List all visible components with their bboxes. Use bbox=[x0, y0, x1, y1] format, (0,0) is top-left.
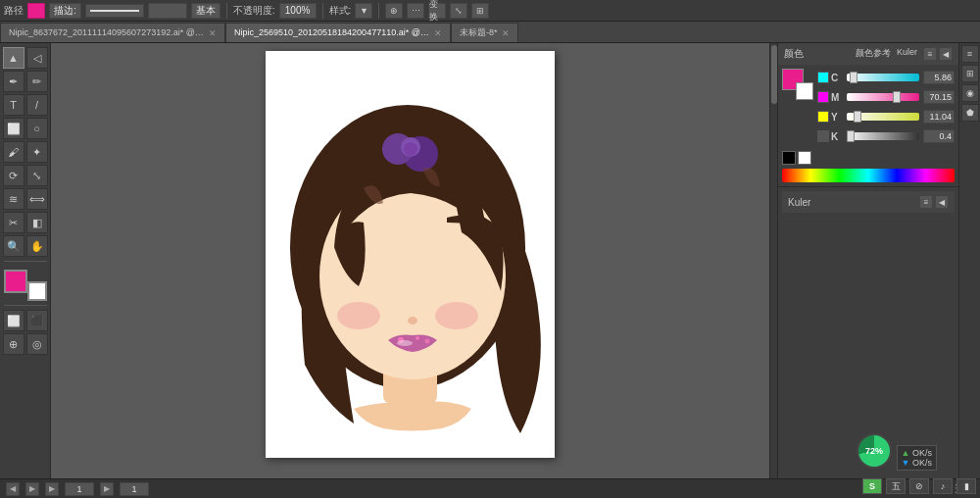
y-slider-thumb[interactable] bbox=[854, 111, 861, 123]
icon2[interactable]: ⋯ bbox=[407, 3, 424, 19]
tool-row-4: ⬜ ○ bbox=[3, 118, 48, 139]
color-panel-header[interactable]: 颜色 颜色参考 Kuler ≡ ◀ bbox=[778, 43, 958, 65]
tool-row-6: ⟳ ⤡ bbox=[3, 165, 48, 186]
color-panel: 颜色 颜色参考 Kuler ≡ ◀ bbox=[778, 43, 958, 187]
tray-icon-wifi[interactable]: ⊘ bbox=[909, 478, 929, 494]
progress-circle: 72% bbox=[857, 433, 892, 469]
svg-point-8 bbox=[416, 336, 419, 340]
kuler-expand[interactable]: ◀ bbox=[935, 195, 949, 209]
y-value-input[interactable] bbox=[923, 110, 955, 124]
scissors-tool[interactable]: ✂ bbox=[3, 212, 24, 233]
m-value-input[interactable] bbox=[923, 90, 955, 104]
far-right-icon2[interactable]: ⊞ bbox=[961, 65, 979, 82]
k-value-input[interactable] bbox=[923, 129, 955, 143]
tray-icon-bat[interactable]: ▮ bbox=[956, 478, 976, 494]
right-panels: 颜色 颜色参考 Kuler ≡ ◀ bbox=[777, 43, 958, 478]
direct-select-tool[interactable]: ◁ bbox=[26, 47, 48, 69]
kuler-panel-header[interactable]: Kuler ≡ ◀ bbox=[782, 191, 955, 213]
scale-tool[interactable]: ⤡ bbox=[26, 165, 48, 186]
brush-tool[interactable]: 🖌 bbox=[3, 141, 24, 163]
width-tool[interactable]: ⟺ bbox=[26, 188, 48, 210]
play-btn[interactable]: ▶ bbox=[25, 482, 39, 496]
rotate-tool[interactable]: ⟳ bbox=[3, 165, 24, 186]
screen-mode1[interactable]: ⬜ bbox=[3, 310, 24, 331]
speed2: ▼ OK/s bbox=[902, 458, 932, 468]
far-right-icon3[interactable]: ◉ bbox=[961, 84, 979, 102]
icon3[interactable]: ⤡ bbox=[450, 3, 467, 19]
foreground-color[interactable] bbox=[4, 270, 27, 293]
prev-page-btn[interactable]: ◀ bbox=[6, 482, 20, 496]
page-input[interactable] bbox=[65, 482, 94, 496]
c-slider-thumb[interactable] bbox=[850, 72, 858, 83]
svg-point-14 bbox=[404, 142, 417, 156]
k-slider[interactable] bbox=[847, 132, 919, 140]
icon1[interactable]: ⊕ bbox=[385, 3, 403, 19]
tab-1-close[interactable]: ✕ bbox=[209, 28, 217, 38]
svg-point-10 bbox=[397, 340, 413, 346]
eraser-tool[interactable]: ◧ bbox=[26, 212, 48, 233]
tool-row-5: 🖌 ✦ bbox=[3, 141, 48, 163]
sep3 bbox=[378, 3, 379, 19]
m-slider-thumb[interactable] bbox=[893, 91, 901, 103]
c-label: C bbox=[831, 73, 843, 83]
right-scrollbar[interactable] bbox=[769, 43, 777, 478]
c-slider[interactable] bbox=[847, 74, 919, 81]
black-swatch[interactable] bbox=[782, 151, 796, 165]
far-right-icon4[interactable]: ⬟ bbox=[961, 104, 979, 122]
zoom-tool[interactable]: 🔍 bbox=[3, 235, 24, 257]
opacity-label: 不透明度: bbox=[233, 4, 275, 18]
panel-expand-icon[interactable]: ◀ bbox=[939, 47, 953, 61]
c-value-input[interactable] bbox=[923, 71, 955, 84]
hand-tool[interactable]: ✋ bbox=[26, 235, 48, 257]
tray-icon-5[interactable]: 五 bbox=[886, 478, 906, 494]
tab-3[interactable]: 未标题-8* ✕ bbox=[451, 23, 518, 42]
bg-swatch[interactable] bbox=[796, 82, 813, 100]
transform-icon[interactable]: 变换 bbox=[428, 3, 446, 19]
tool-row-11: ⊕ ◎ bbox=[3, 333, 48, 355]
select-tool[interactable]: ▲ bbox=[3, 47, 24, 69]
far-right-icon1[interactable]: ≡ bbox=[961, 45, 979, 63]
warp-tool[interactable]: ≋ bbox=[3, 188, 24, 210]
tab-2[interactable]: Nipic_2569510_20120518184200477110.ai* @… bbox=[225, 23, 451, 42]
tab-2-close[interactable]: ✕ bbox=[434, 28, 442, 38]
icon4[interactable]: ⊞ bbox=[471, 3, 489, 19]
color-spectrum[interactable] bbox=[782, 169, 955, 182]
pencil-tool[interactable]: ✏ bbox=[26, 71, 48, 92]
speed-indicator: ▲ OK/s ▼ OK/s bbox=[897, 445, 937, 471]
basic-btn[interactable]: 基本 bbox=[191, 3, 220, 19]
stroke-width-input[interactable] bbox=[148, 3, 187, 19]
background-color[interactable] bbox=[27, 281, 47, 301]
color-preview[interactable] bbox=[27, 3, 45, 19]
line-tool[interactable]: / bbox=[26, 94, 48, 116]
type-tool[interactable]: T bbox=[3, 94, 24, 116]
style-icon[interactable]: ▼ bbox=[355, 3, 372, 19]
kuler-menu[interactable]: ≡ bbox=[919, 195, 933, 209]
m-slider[interactable] bbox=[847, 93, 919, 101]
rect-tool[interactable]: ⬜ bbox=[3, 118, 24, 139]
canvas-area[interactable] bbox=[51, 43, 769, 478]
pen-tool[interactable]: ✒ bbox=[3, 71, 24, 92]
y-slider[interactable] bbox=[847, 113, 919, 121]
tool-extra2[interactable]: ◎ bbox=[26, 333, 48, 355]
page-total[interactable] bbox=[120, 482, 149, 496]
progress-value: 72% bbox=[865, 446, 883, 456]
next-page-btn[interactable]: ▶ bbox=[45, 482, 59, 496]
tool-row-10: ⬜ ⬛ bbox=[3, 310, 48, 331]
screen-mode2[interactable]: ⬛ bbox=[26, 310, 48, 331]
k-slider-thumb[interactable] bbox=[847, 130, 855, 142]
top-toolbar: 路径 描边: 基本 不透明度: 样式: ▼ ⊕ ⋯ 变换 ⤡ ⊞ bbox=[0, 0, 980, 22]
tray-icon-vol[interactable]: ♪ bbox=[933, 478, 953, 494]
tray-icon-s[interactable]: S bbox=[862, 478, 882, 494]
tool-extra1[interactable]: ⊕ bbox=[3, 333, 24, 355]
ellipse-tool[interactable]: ○ bbox=[26, 118, 48, 139]
blob-brush-tool[interactable]: ✦ bbox=[26, 141, 48, 163]
opacity-input[interactable] bbox=[279, 3, 317, 19]
tab-3-label: 未标题-8* bbox=[460, 26, 498, 39]
tool-separator bbox=[4, 261, 47, 262]
tab-3-close[interactable]: ✕ bbox=[502, 28, 510, 38]
page-step[interactable]: ▶ bbox=[100, 482, 114, 496]
tab-1[interactable]: Nipic_8637672_20111114095607273192.ai* @… bbox=[0, 23, 225, 42]
panel-menu-icon[interactable]: ≡ bbox=[923, 47, 937, 61]
stroke-btn[interactable]: 描边: bbox=[49, 3, 81, 19]
white-swatch[interactable] bbox=[798, 151, 811, 165]
